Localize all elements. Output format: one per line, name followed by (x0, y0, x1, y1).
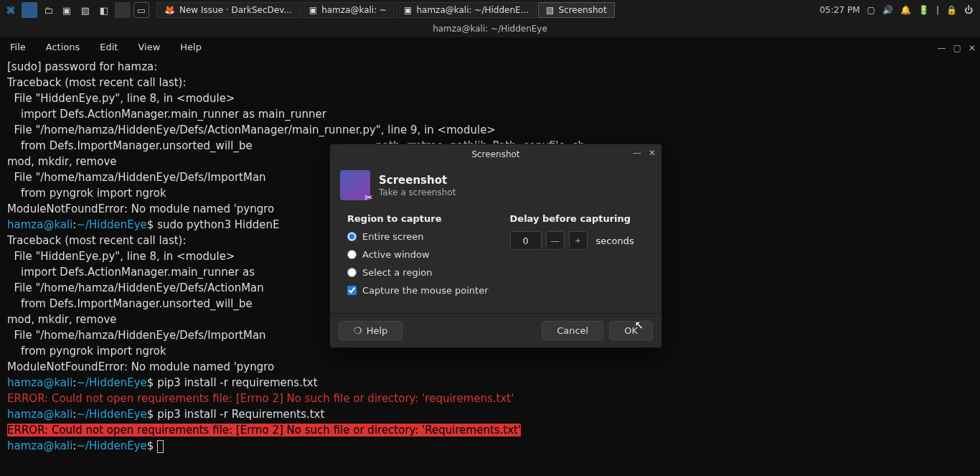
show-desktop-icon[interactable]: ▭ (133, 2, 149, 18)
task-label: hamza@kali: ~ (321, 5, 387, 15)
screenshot-app-icon (340, 170, 370, 200)
cursor-arrow-icon: ↖ (634, 319, 644, 332)
cancel-button[interactable]: Cancel (542, 321, 603, 340)
radio-entire[interactable] (347, 232, 357, 241)
task-icon: ▣ (309, 5, 317, 15)
workspace-2[interactable] (115, 2, 131, 18)
clock[interactable]: 05:27 PM (820, 5, 860, 15)
taskbar-item[interactable]: ▣hamza@kali: ~ (301, 2, 395, 18)
files-icon[interactable]: 🗀 (40, 2, 56, 18)
task-label: Screenshot (558, 5, 606, 15)
panel-launchers: ⌘ 🗀 ▣ ▧ ◧ ▭ (3, 2, 149, 18)
check-pointer[interactable] (347, 286, 357, 295)
close-icon[interactable]: ✕ (969, 43, 976, 53)
opt-capture-pointer[interactable]: Capture the mouse pointer (347, 285, 489, 296)
panel-tray: 05:27 PM ▢ 🔊 🔔 🔋 | 🔒 ⏻ (820, 5, 977, 15)
help-icon: ❍ (354, 325, 362, 336)
editor-icon[interactable]: ▧ (77, 2, 93, 18)
app-icon[interactable]: ◧ (96, 2, 112, 18)
menu-item[interactable]: Edit (100, 42, 118, 52)
tray-notify-icon[interactable]: 🔔 (900, 5, 911, 15)
ok-button[interactable]: OK (609, 321, 653, 340)
task-label: New Issue · DarkSecDev... (179, 5, 292, 15)
terminal-title: hamza@kali: ~/HiddenEye (0, 20, 980, 37)
region-label: Region to capture (347, 213, 489, 224)
dialog-titlebar[interactable]: Screenshot — ✕ (330, 144, 661, 164)
dialog-minimize-icon[interactable]: — (633, 148, 641, 158)
radio-active[interactable] (347, 250, 357, 259)
task-icon: ▣ (404, 5, 412, 15)
screenshot-dialog: Screenshot — ✕ Screenshot Take a screens… (329, 144, 662, 348)
tray-battery-icon[interactable]: 🔋 (918, 5, 929, 15)
taskbar: 🦊New Issue · DarkSecDev...▣hamza@kali: ~… (156, 2, 819, 18)
tray-lock-icon[interactable]: 🔒 (946, 5, 957, 15)
menu-item[interactable]: Actions (46, 42, 80, 52)
top-panel: ⌘ 🗀 ▣ ▧ ◧ ▭ 🦊New Issue · DarkSecDev...▣h… (0, 0, 980, 20)
dialog-title: Screenshot (471, 149, 519, 159)
taskbar-item[interactable]: 🦊New Issue · DarkSecDev... (156, 2, 300, 18)
workspace-1[interactable] (22, 2, 37, 18)
taskbar-item[interactable]: ▧Screenshot (538, 2, 615, 18)
opt-select-region[interactable]: Select a region (347, 267, 489, 278)
dialog-close-icon[interactable]: ✕ (649, 148, 656, 158)
menu-item[interactable]: View (138, 42, 160, 52)
window-controls: — ▢ ✕ (938, 43, 976, 53)
minimize-icon[interactable]: — (938, 43, 946, 53)
menu-item[interactable]: File (10, 42, 26, 52)
opt-active-window[interactable]: Active window (347, 249, 489, 260)
delay-unit: seconds (596, 235, 634, 246)
taskbar-item[interactable]: ▣hamza@kali: ~/HiddenE... (396, 2, 537, 18)
task-label: hamza@kali: ~/HiddenE... (416, 5, 529, 15)
tray-display-icon[interactable]: ▢ (867, 5, 875, 15)
terminal-menubar: FileActionsEditViewHelp (0, 37, 980, 56)
delay-input[interactable] (510, 231, 542, 250)
maximize-icon[interactable]: ▢ (953, 43, 961, 53)
opt-entire-screen[interactable]: Entire screen (347, 231, 489, 242)
radio-select[interactable] (347, 268, 357, 277)
menu-item[interactable]: Help (180, 42, 202, 52)
dialog-heading: Screenshot (379, 174, 456, 187)
tray-power-icon[interactable]: ⏻ (964, 5, 973, 15)
tray-volume-icon[interactable]: 🔊 (882, 5, 893, 15)
delay-label: Delay before capturing (510, 213, 634, 224)
kali-menu-icon[interactable]: ⌘ (3, 2, 19, 18)
help-button[interactable]: ❍Help (339, 321, 402, 340)
tray-sep: | (936, 5, 939, 15)
delay-minus-button[interactable]: — (546, 231, 565, 250)
dialog-subheading: Take a screenshot (379, 187, 456, 197)
task-icon: 🦊 (164, 5, 175, 15)
task-icon: ▧ (546, 5, 554, 15)
terminal-icon[interactable]: ▣ (59, 2, 75, 18)
delay-plus-button[interactable]: ＋ (569, 231, 588, 250)
